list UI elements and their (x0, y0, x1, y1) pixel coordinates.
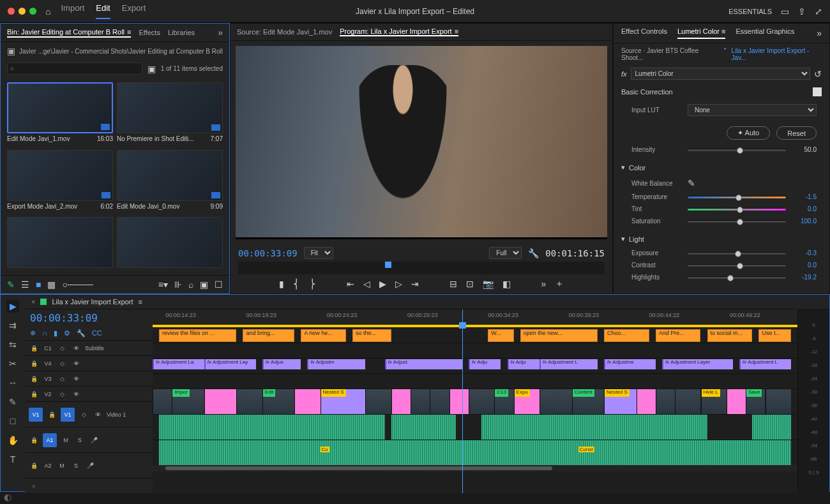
adjustment-clip[interactable]: fxAdju (469, 359, 501, 369)
timeline-tracks[interactable]: 00:00:14:2300:00:19:2300:00:24:2300:00:2… (153, 309, 797, 493)
track-a1-target[interactable]: A1 (43, 433, 57, 447)
timeline-timecode[interactable]: 00:00:33:09 (25, 309, 153, 327)
auto-button[interactable]: ✦ Auto (727, 126, 770, 140)
tint-value[interactable]: 0.0 (791, 205, 817, 212)
caption-clip[interactable]: review the files on ... (159, 329, 236, 342)
video-clip[interactable]: Save (746, 389, 765, 414)
video-clip[interactable] (469, 389, 494, 414)
track-v1-target[interactable]: V1 (61, 408, 75, 422)
contrast-value[interactable]: 0.0 (791, 262, 817, 269)
program-monitor[interactable] (236, 46, 607, 239)
fullscreen-icon[interactable]: ⤢ (815, 6, 822, 17)
caption-clip[interactable]: Use t... (758, 329, 791, 342)
pen-tool-icon[interactable]: ✎ (6, 396, 19, 408)
caption-clip[interactable]: Choo... (604, 329, 649, 342)
exposure-slider[interactable] (688, 252, 786, 255)
wrench-icon[interactable]: 🔧 (77, 329, 86, 337)
zoom-fit-dropdown[interactable]: Fit (304, 247, 333, 259)
expand-panel-icon[interactable]: » (817, 27, 822, 39)
caption-clip[interactable]: open the new... (520, 329, 598, 342)
button-editor-icon[interactable]: ＋ (555, 278, 564, 290)
clip-item[interactable] (117, 217, 223, 270)
new-bin-from-search-icon[interactable]: ▣ (147, 64, 156, 74)
exposure-value[interactable]: -0.3 (791, 249, 817, 256)
tab-edit[interactable]: Edit (96, 3, 110, 19)
video-clip[interactable] (204, 389, 237, 414)
caption-clip[interactable]: A new he... (301, 329, 346, 342)
caption-clip[interactable]: to social m... (707, 329, 753, 342)
go-to-out-icon[interactable]: ⇥ (411, 279, 419, 289)
section-basic-correction[interactable]: Basic Correction (621, 88, 673, 96)
adjustment-clip[interactable]: fxAdjustment L (739, 359, 791, 369)
timecode-current[interactable]: 00:00:33:09 (238, 248, 298, 258)
track-c1-label[interactable]: C1 (43, 345, 53, 352)
caption-clip[interactable]: And Pre... (656, 329, 701, 342)
expand-panel-icon[interactable]: » (218, 27, 223, 38)
close-window-icon[interactable] (8, 8, 15, 15)
reset-button[interactable]: Reset (776, 126, 817, 140)
timeline-playhead[interactable] (462, 309, 463, 493)
video-clip[interactable] (766, 389, 791, 414)
video-clip[interactable] (727, 389, 746, 414)
clip-item[interactable]: Edit Mode Javi_1.mov16:03 (7, 82, 113, 146)
input-lut-dropdown[interactable]: None (688, 104, 817, 116)
section-light[interactable]: ▾ Light (614, 231, 829, 247)
settings-icon[interactable]: ⚙ (64, 329, 70, 337)
write-mode-icon[interactable]: ✎ (7, 279, 15, 290)
track-v1-source-patch[interactable]: V1 (29, 408, 43, 422)
saturation-slider[interactable] (688, 220, 786, 223)
video-clip[interactable] (540, 389, 572, 414)
close-sequence-icon[interactable]: × (31, 298, 35, 306)
workspace-label[interactable]: ESSENTIALS (728, 8, 772, 15)
new-item-icon[interactable]: ☐ (215, 279, 223, 290)
video-clip[interactable] (430, 389, 449, 414)
tab-source[interactable]: Source: Edit Mode Javi_1.mov (237, 27, 332, 36)
contrast-slider[interactable] (688, 264, 786, 267)
tab-effect-controls[interactable]: Effect Controls (621, 27, 667, 39)
find-icon[interactable]: ⌕ (188, 279, 193, 290)
clip-item[interactable]: Export Mode Javi_2.mov6:02 (7, 150, 113, 214)
highlights-slider[interactable] (688, 276, 786, 279)
track-a2[interactable]: Co Const (153, 440, 797, 465)
timeline-scrollbar[interactable] (153, 465, 797, 471)
track-select-tool-icon[interactable]: ⇉ (6, 319, 19, 332)
video-clip[interactable] (411, 389, 430, 414)
rectangle-tool-icon[interactable]: □ (6, 415, 19, 427)
lift-icon[interactable]: ⊟ (449, 279, 457, 289)
new-bin-icon[interactable]: ▣ (200, 279, 208, 290)
lumetri-source[interactable]: Source · Javier BTS Coffee Shoot... (621, 47, 718, 61)
tab-export[interactable]: Export (122, 3, 146, 19)
mark-in-icon[interactable]: ▮ (279, 279, 284, 289)
caption-clip[interactable]: so the... (352, 329, 391, 342)
video-clip[interactable] (449, 389, 469, 414)
tab-libraries[interactable]: Libraries (168, 27, 195, 38)
video-clip[interactable]: Content (572, 389, 605, 414)
hand-tool-icon[interactable]: ✋ (6, 434, 19, 447)
time-ruler[interactable]: 00:00:14:2300:00:19:2300:00:24:2300:00:2… (153, 309, 797, 325)
video-clip[interactable] (637, 389, 656, 414)
adjustment-clip[interactable]: fxAdju (508, 359, 540, 369)
go-to-in-icon[interactable]: ⇤ (347, 279, 354, 289)
video-clip[interactable] (656, 389, 675, 414)
settings-wrench-icon[interactable]: 🔧 (528, 248, 539, 258)
video-clip[interactable] (236, 389, 262, 414)
playhead-icon[interactable] (385, 262, 391, 268)
clip-item[interactable] (7, 217, 113, 270)
type-tool-icon[interactable]: T (6, 453, 19, 466)
workspace-panel-icon[interactable]: ▭ (781, 6, 789, 17)
tab-effects[interactable]: Effects (139, 27, 160, 38)
clip-item[interactable]: Edit Mode Javi_0.mov9:09 (117, 150, 223, 214)
eyedropper-icon[interactable]: ✎ (688, 178, 695, 188)
adjustment-clip[interactable]: fxAdjustm (307, 359, 365, 369)
marker-icon[interactable]: ▮ (54, 329, 57, 337)
track-v4[interactable] (153, 343, 797, 358)
adjustment-clip[interactable]: fxAdjustment La (153, 359, 204, 369)
tab-essential-graphics[interactable]: Essential Graphics (736, 27, 794, 39)
track-a1[interactable] (153, 414, 797, 440)
more-buttons-icon[interactable]: » (541, 279, 547, 289)
video-clip[interactable]: Hide L (701, 389, 727, 414)
mark-clip-icon[interactable]: ⎬ (309, 279, 316, 289)
tab-import[interactable]: Import (61, 3, 84, 19)
section-toggle-checkbox[interactable] (813, 87, 822, 96)
adjustment-clip[interactable]: fxAdjustment Layer (662, 359, 733, 369)
